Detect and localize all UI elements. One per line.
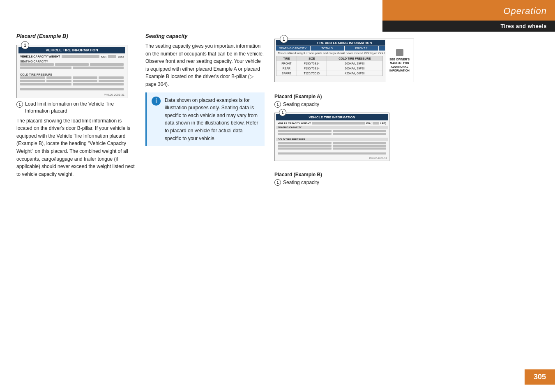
side-text-1: SEE OWNER'S [389,58,410,61]
sub-cell-seating: SEATING CAPACITY [276,46,310,51]
sub-cell-front: FRONT 2 [345,46,378,51]
tires-bar: Tires and wheels [382,21,555,32]
small-placard-header: VEHICLE TIRE INFORMATION [276,114,388,120]
info-icon: i [152,97,161,106]
seating-capacity-label: SEATING CAPACITY [20,60,124,63]
col-pressure: COLD TIRE PRESSURE [327,56,382,61]
cold-tire-pressure-label: COLD TIRE PRESSURE [20,73,124,76]
small-placard-a: 1 VEHICLE TIRE INFORMATION VEH. LE CAPAC… [274,113,389,161]
table-row: REAR P195/70B14 200KPA, 29PSI [276,66,383,71]
mid-intro-text: The seating capacity gives you important… [145,42,265,88]
middle-column: Seating capacity The seating capacity gi… [145,33,265,367]
loading-placard-badge: 1 [280,35,288,43]
main-content: Placard (Example B) 1 VEHICLE TIRE INFOR… [16,33,539,367]
placard-example-b-image: 1 VEHICLE TIRE INFORMATION VEHICLE CAPAC… [16,45,127,98]
page-number: 305 [525,369,555,385]
small-placard-code: P40.00-2056-31 [276,157,388,159]
loading-table: TIRE SIZE COLD TIRE PRESSURE FRONT P195/… [276,56,383,76]
info-text: Data shown on placard examples is for il… [165,97,260,143]
table-row: SPARE T125/70D15 420KPA, 60PSI [276,71,383,76]
left-column: Placard (Example B) 1 VEHICLE TIRE INFOR… [16,33,136,367]
placard-b-code-left: P40.00-2056-31 [18,93,125,96]
placard-b-label: Placard (Example B) [274,172,539,178]
operation-bar: Operation [382,0,555,21]
owners-manual-icon [396,49,403,56]
header-section: Operation Tires and wheels [382,0,555,32]
right-column: 1 TIRE AND LOADING INFORMATION SEATING C… [274,33,539,367]
mid-section-title: Seating capacity [145,33,265,39]
placard-b-sub-caption: 1 Seating capacity [274,179,539,186]
side-text-4: INFORMATION [389,69,410,72]
col-size: SIZE [297,56,327,61]
placard-a-caption-number: 1 [274,101,281,108]
placard-a-label: Placard (Example A) [274,94,539,99]
operation-title: Operation [503,6,547,16]
placard-a-caption-text: Seating capacity [283,101,319,107]
side-text-3: ADDITIONAL [391,65,408,68]
left-body-text: The placard showing the load limit infor… [16,117,136,178]
placard-b-caption-text: Seating capacity [283,180,319,185]
side-text-2: MANUAL FOR [390,62,409,65]
left-caption-number: 1 [16,101,23,108]
sub-cell-total: TOTAL 5 [311,46,344,51]
left-caption-text: Load limit information on the Vehicle Ti… [25,101,136,115]
placard-b-caption-number: 1 [274,179,281,186]
placard-a-sub-caption: 1 Seating capacity [274,101,539,108]
small-placard-badge: 1 [279,109,286,116]
placard-badge-1: 1 [21,41,29,49]
col-tire: TIRE [276,56,297,61]
placard-header: VEHICLE TIRE INFORMATION [18,47,125,53]
info-box: i Data shown on placard examples is for … [145,92,265,147]
table-row: FRONT P195/70B14 200KPA, 29PSI [276,61,383,66]
section-title: Tires and wheels [500,23,547,29]
loading-placard: 1 TIRE AND LOADING INFORMATION SEATING C… [274,39,414,82]
left-caption-row: 1 Load limit information on the Vehicle … [16,101,136,115]
loading-side-panel: SEE OWNER'S MANUAL FOR ADDITIONAL INFORM… [385,39,414,82]
left-section-title: Placard (Example B) [16,33,136,39]
